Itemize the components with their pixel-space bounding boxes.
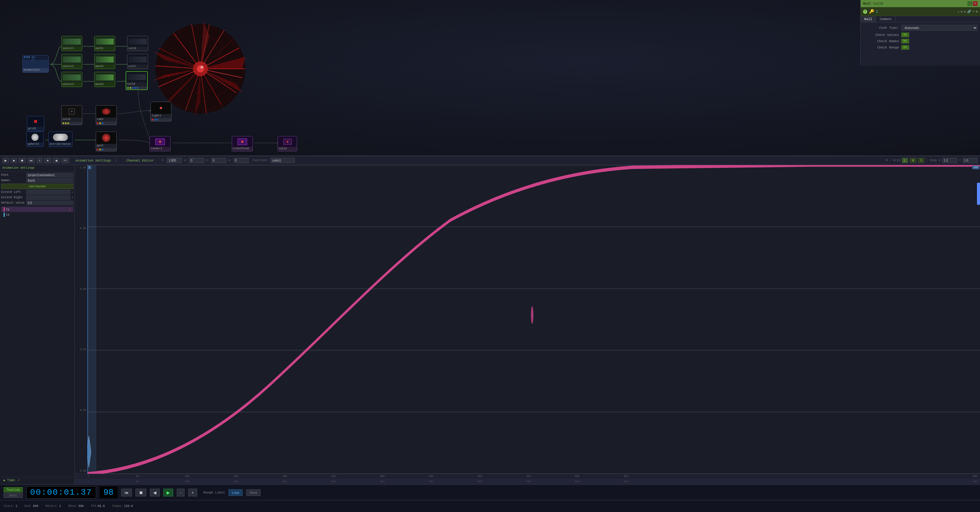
add-btn[interactable]: + bbox=[37, 158, 43, 163]
node-animation1[interactable]: 0704 tx ty tz animation1 bbox=[22, 55, 49, 73]
fps-stat-value: 60.0 bbox=[97, 504, 105, 508]
tick-201: 201 bbox=[282, 475, 287, 478]
channel-ty[interactable]: ty ✕ bbox=[1, 207, 73, 212]
channel-list: ty ✕ tz bbox=[1, 206, 73, 218]
node-null7[interactable]: null7 bbox=[127, 54, 148, 69]
extend-right-arrow[interactable]: ⬆ bbox=[72, 196, 73, 199]
curve-svg bbox=[88, 165, 980, 474]
node-select3[interactable]: select3 bbox=[61, 72, 82, 87]
check-values-toggle[interactable]: On bbox=[901, 33, 909, 37]
refresh-icon[interactable]: ↺ bbox=[964, 10, 966, 13]
a-input[interactable] bbox=[234, 158, 248, 163]
extend-right-row: Extend Right ⬆ bbox=[1, 195, 73, 200]
extend-left-row: Extend Left ⬆ bbox=[1, 190, 73, 194]
node-null6[interactable]: null6 bbox=[127, 36, 148, 51]
cook-type-select[interactable]: Automatic bbox=[901, 25, 978, 31]
panel-close-btn[interactable]: × bbox=[973, 1, 978, 6]
stop-toolbar-btn[interactable]: ■ bbox=[11, 158, 17, 163]
node-grid1-label: grid1 bbox=[27, 127, 44, 131]
node-select2[interactable]: select2 bbox=[61, 54, 82, 69]
tick-1: 1 bbox=[88, 475, 89, 478]
extend-left-arrow[interactable]: ⬆ bbox=[72, 191, 73, 194]
prev-frame-btn[interactable]: ◀ bbox=[150, 489, 160, 496]
tick2-401: 401 bbox=[477, 480, 482, 483]
nav-left-btn[interactable]: ◀ bbox=[53, 158, 59, 163]
node-sphere3[interactable]: sphere3 bbox=[26, 132, 44, 147]
info-icon[interactable]: i bbox=[876, 9, 878, 14]
node-attribcreate1-label: attribcreate1 bbox=[49, 142, 72, 146]
help-icon[interactable]: ? bbox=[863, 10, 867, 14]
add-channels-btn[interactable]: Add Channels bbox=[1, 184, 73, 189]
bookmark-btn[interactable]: ★ bbox=[44, 158, 51, 163]
tick2-51: 51 bbox=[136, 480, 139, 483]
link-icon[interactable]: 🔗 bbox=[967, 10, 971, 13]
node-null4[interactable]: null4 bbox=[278, 136, 297, 151]
node-cam2[interactable]: cam2 bbox=[96, 105, 117, 125]
rec-btn[interactable]: ⏺ bbox=[19, 158, 26, 163]
f-input[interactable] bbox=[167, 158, 182, 163]
cook-type-row: Cook Type: Automatic bbox=[863, 25, 978, 31]
grid-l-btn[interactable]: L bbox=[902, 158, 908, 163]
path-input[interactable] bbox=[26, 173, 73, 177]
node-null8[interactable]: null8 bbox=[126, 71, 148, 90]
minus-btn[interactable]: - bbox=[177, 489, 185, 496]
node-render2[interactable]: render2 bbox=[150, 136, 170, 151]
snap-y-input[interactable] bbox=[963, 158, 978, 163]
minimize-btn[interactable]: _ bbox=[967, 1, 972, 6]
node-geo2[interactable]: geo2 bbox=[96, 132, 117, 151]
node-null5-label: null5 bbox=[62, 118, 82, 122]
check-names-toggle[interactable]: On bbox=[901, 39, 909, 43]
plus-btn[interactable]: + bbox=[188, 489, 197, 496]
tick2-151: 151 bbox=[234, 480, 239, 483]
v-input[interactable] bbox=[189, 158, 204, 163]
node-null4-label: null4 bbox=[278, 147, 297, 151]
node-light1[interactable]: light1 bbox=[151, 102, 172, 121]
settings-icon[interactable]: ⚙ bbox=[975, 10, 978, 13]
timecode-btn[interactable]: TimeCode bbox=[3, 487, 23, 492]
check-values-label: Check Values bbox=[863, 33, 899, 37]
node-transform2-label: transform2 bbox=[232, 147, 253, 151]
curve-editor[interactable]: 1.00 0.80 0.60 0.40 0.20 0.00 bbox=[75, 165, 980, 474]
names-input[interactable] bbox=[26, 178, 73, 183]
panel-header: Null null8 _ × bbox=[861, 0, 980, 7]
prev-btn[interactable]: ⏮ bbox=[121, 489, 132, 496]
node-editor[interactable]: 0704 tx ty tz animation1 select1 select2 bbox=[0, 0, 980, 156]
node-transform2[interactable]: transform2 bbox=[232, 136, 253, 151]
play-btn[interactable]: ▶ bbox=[163, 489, 173, 496]
node-math2[interactable]: math2 bbox=[94, 54, 115, 69]
node-null5[interactable]: + null5 bbox=[61, 105, 82, 125]
node-attribcreate1[interactable]: attribcreate1 bbox=[48, 132, 72, 147]
node-select1[interactable]: select1 bbox=[61, 36, 82, 51]
node-math3-label: math3 bbox=[94, 83, 115, 87]
snap-x-input[interactable] bbox=[942, 158, 957, 163]
node-math3[interactable]: math3 bbox=[94, 72, 115, 87]
node-math1[interactable]: math1 bbox=[94, 36, 115, 51]
fps-stat-label: FPS bbox=[91, 504, 96, 508]
node-grid1[interactable]: ■ grid1 bbox=[27, 116, 44, 131]
edit-icon[interactable]: ✏ bbox=[958, 10, 960, 13]
nav-right-btn[interactable]: >> bbox=[61, 158, 69, 163]
default-value-input[interactable] bbox=[26, 201, 73, 205]
play-toolbar-btn[interactable]: ▶ bbox=[2, 158, 9, 163]
tab-common[interactable]: Common bbox=[876, 16, 895, 22]
loop-btn[interactable]: Loop bbox=[229, 489, 242, 496]
frame-end-label: 600 bbox=[972, 166, 979, 169]
grid-m-btn[interactable]: M bbox=[910, 158, 916, 163]
add-icon[interactable]: + bbox=[972, 10, 975, 13]
channel-tz[interactable]: tz bbox=[1, 212, 73, 218]
s-input[interactable] bbox=[211, 158, 226, 163]
lock-icon[interactable]: 🔑 bbox=[869, 9, 874, 14]
check-range-toggle[interactable]: On bbox=[901, 45, 909, 50]
stop-btn[interactable]: ⏹ bbox=[135, 489, 146, 496]
default-value-row: Default Value bbox=[1, 201, 73, 205]
channel-ty-remove[interactable]: ✕ bbox=[69, 208, 71, 211]
tab-null[interactable]: Null bbox=[861, 16, 876, 22]
once-btn[interactable]: Once bbox=[246, 489, 261, 496]
function-input[interactable] bbox=[271, 158, 295, 163]
grid-s-btn[interactable]: S bbox=[918, 158, 924, 163]
rewind-btn[interactable]: ⏮ bbox=[27, 158, 35, 163]
beats-btn[interactable]: Beats bbox=[3, 493, 23, 498]
extend-left-input[interactable] bbox=[26, 190, 70, 194]
mail-icon[interactable]: ✉ bbox=[961, 10, 963, 13]
extend-right-input[interactable] bbox=[26, 195, 70, 200]
